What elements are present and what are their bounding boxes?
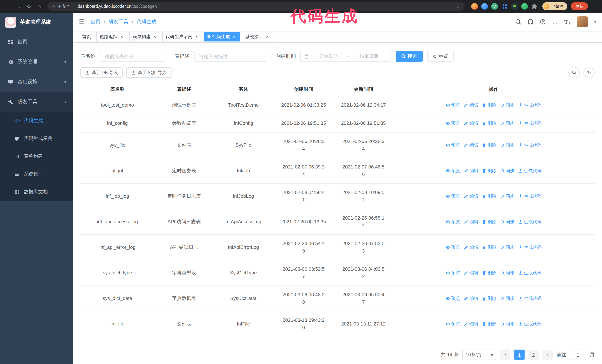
close-tab-icon[interactable]: × [194,34,199,39]
sync-link[interactable]: 同步 [500,141,515,149]
generate-code-link[interactable]: 生成代码 [518,295,542,302]
edit-link[interactable]: 编辑 [464,141,478,149]
delete-link[interactable]: 删除 [482,141,496,149]
delete-link[interactable]: 删除 [482,120,496,127]
preview-link[interactable]: 预览 [446,218,460,226]
sync-link[interactable]: 同步 [500,193,515,200]
fullscreen-icon[interactable] [552,19,558,25]
preview-link[interactable]: 预览 [446,269,460,277]
extensions-puzzle-icon[interactable] [531,3,538,10]
sync-link[interactable]: 同步 [500,269,515,277]
preview-link[interactable]: 预览 [446,295,460,302]
close-tab-icon[interactable]: × [265,34,270,39]
delete-link[interactable]: 删除 [482,295,496,302]
extension-icon-orange[interactable] [471,3,478,10]
app-logo[interactable]: 芋道管理系统 [0,13,73,32]
security-label[interactable]: 不安全 [58,3,70,9]
search-icon[interactable] [516,19,521,25]
extension-icon-vue[interactable]: V [491,3,498,10]
delete-link[interactable]: 删除 [482,320,496,328]
tab-link-trace[interactable]: 链路追踪 × [96,32,128,42]
browser-home-icon[interactable]: ⌂ [35,2,44,11]
generate-code-link[interactable]: 生成代码 [518,167,542,174]
delete-link[interactable]: 删除 [482,167,496,174]
table-desc-input[interactable] [194,51,266,62]
github-icon[interactable] [528,19,534,25]
address-bar[interactable]: ⚠ 不安全 dashboard.yudao.iocoder.cn/tool/co… [47,2,464,11]
extension-icon-grid[interactable] [501,3,508,10]
sidebar-item-system-management[interactable]: 系统管理 ▾ [0,52,73,72]
page-button-2[interactable]: 2 [528,350,539,360]
tab-codegen-example[interactable]: 代码生成示例 × [162,32,202,42]
edit-link[interactable]: 编辑 [464,269,478,277]
preview-link[interactable]: 预览 [446,320,460,328]
preview-link[interactable]: 预览 [446,120,460,127]
sidebar-item-code-generation[interactable]: </> 代码生成 [0,112,73,130]
browser-forward-icon[interactable]: → [14,2,23,11]
toggle-search-button[interactable] [569,67,580,78]
preview-link[interactable]: 预览 [446,102,460,109]
sidebar-item-home[interactable]: 首页 [0,32,73,52]
edit-link[interactable]: 编辑 [464,218,478,226]
date-range-picker[interactable]: 开始日期 - 结束日期 [301,51,390,62]
sidebar-toggle-icon[interactable]: ☰ [79,18,85,26]
close-tab-icon[interactable]: × [119,34,124,39]
browser-back-icon[interactable]: ← [4,2,13,11]
prev-page-button[interactable]: ‹ [500,350,510,360]
delete-link[interactable]: 删除 [482,218,496,226]
sync-link[interactable]: 同步 [500,320,515,328]
tab-form-builder[interactable]: 表单构建 × [129,32,161,42]
preview-link[interactable]: 预览 [446,167,460,174]
delete-link[interactable]: 删除 [482,193,496,200]
extension-icon-dark[interactable] [511,3,518,10]
tab-code-generation[interactable]: 代码生成 × [204,32,240,42]
sync-link[interactable]: 同步 [500,120,515,127]
avatar-caret-down-icon[interactable]: ▾ [594,20,596,24]
edit-link[interactable]: 编辑 [464,120,478,127]
sidebar-item-codegen-example[interactable]: 代码生成示例 [0,130,73,147]
browser-menu-kebab-icon[interactable]: ⋮ [592,3,598,9]
sync-link[interactable]: 同步 [500,218,515,226]
page-button-1[interactable]: 1 [514,350,525,360]
tab-home[interactable]: 首页 [79,32,95,42]
sync-link[interactable]: 同步 [500,167,515,174]
browser-reload-icon[interactable]: ↻ [24,2,33,11]
delete-link[interactable]: 删除 [482,269,496,277]
close-tab-icon[interactable]: × [152,34,157,39]
import-sql-button[interactable]: 基于 SQL 导入 [127,67,171,78]
sidebar-item-dev-tools[interactable]: 研发工具 ▴ [0,92,73,112]
page-size-select[interactable]: 10条/页 ▾ [462,350,496,360]
import-db-button[interactable]: 基于 DB 导入 [80,67,123,78]
profile-paused-badge[interactable]: 已暂停 [542,2,567,10]
edit-link[interactable]: 编辑 [464,167,478,174]
sidebar-item-database-doc[interactable]: 数据库文档 [0,183,73,201]
reset-button[interactable]: ↻ 重置 [427,51,454,62]
sidebar-item-form-builder[interactable]: 表单构建 [0,147,73,165]
close-tab-icon[interactable]: × [232,34,237,39]
breadcrumb-home[interactable]: 首页 [91,19,101,25]
next-page-button[interactable]: › [542,350,553,360]
user-avatar[interactable] [577,16,588,27]
generate-code-link[interactable]: 生成代码 [518,269,542,277]
goto-page-input[interactable] [570,350,586,360]
extension-icon-green[interactable] [521,3,528,10]
tab-system-api[interactable]: 系统接口 × [242,32,273,42]
preview-link[interactable]: 预览 [446,244,460,251]
generate-code-link[interactable]: 生成代码 [518,102,542,109]
table-name-input[interactable] [100,51,165,62]
preview-link[interactable]: 预览 [446,141,460,149]
browser-update-button[interactable]: 更新 [571,2,588,10]
refresh-table-button[interactable]: ↻ [583,67,595,78]
generate-code-link[interactable]: 生成代码 [518,120,542,127]
breadcrumb-devtools[interactable]: 研发工具 [108,19,129,25]
font-size-icon[interactable]: TT [564,19,570,25]
delete-link[interactable]: 删除 [482,244,496,251]
generate-code-link[interactable]: 生成代码 [518,141,542,149]
generate-code-link[interactable]: 生成代码 [518,218,542,226]
edit-link[interactable]: 编辑 [464,295,478,302]
sidebar-item-infrastructure[interactable]: 基础设施 ▾ [0,72,73,92]
edit-link[interactable]: 编辑 [464,320,478,328]
generate-code-link[interactable]: 生成代码 [518,193,542,200]
extension-icon-blue-drop[interactable] [481,3,488,10]
sync-link[interactable]: 同步 [500,295,515,302]
